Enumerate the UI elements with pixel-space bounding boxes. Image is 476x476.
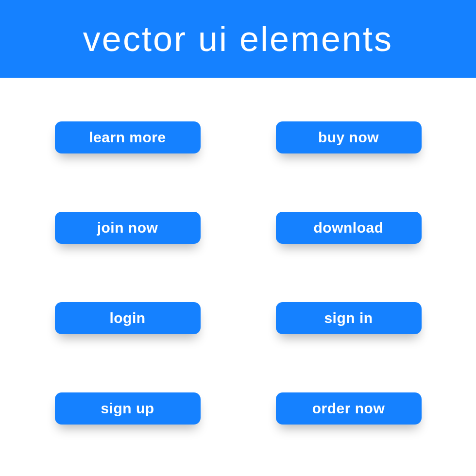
learn-more-button[interactable]: learn more xyxy=(55,121,201,153)
download-button[interactable]: download xyxy=(276,212,422,244)
header: vector ui elements xyxy=(0,0,476,78)
page-title: vector ui elements xyxy=(83,19,393,59)
buttons-grid: learn more buy now join now download log… xyxy=(0,78,476,444)
login-button[interactable]: login xyxy=(55,302,201,334)
buy-now-button[interactable]: buy now xyxy=(276,121,422,153)
sign-in-button[interactable]: sign in xyxy=(276,302,422,334)
sign-up-button[interactable]: sign up xyxy=(55,392,201,425)
join-now-button[interactable]: join now xyxy=(55,212,201,244)
order-now-button[interactable]: order now xyxy=(276,392,422,425)
